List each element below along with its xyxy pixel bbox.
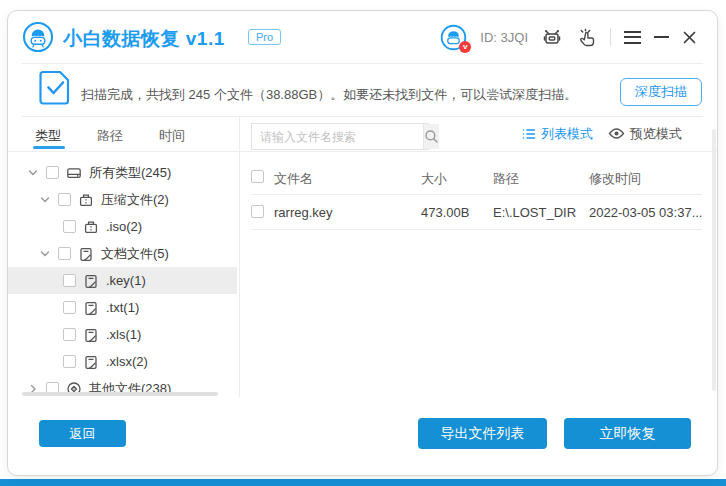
archive-icon [83,219,99,235]
document-icon [83,300,99,316]
list-mode-toggle[interactable]: 列表模式 [522,116,593,151]
titlebar-divider [22,63,703,64]
desktop-background-strip [0,479,726,486]
tree-item-label: .xls(1) [106,327,141,342]
tree-item-key[interactable]: .key(1) [8,267,237,294]
checkbox[interactable] [63,355,76,368]
search-bar [251,123,429,150]
file-type-tree: 所有类型(245) 压缩文件(2) .iso(2) 文档文件(5) [8,151,238,397]
preview-mode-toggle[interactable]: 预览模式 [608,116,682,151]
vip-badge: v [459,41,471,53]
search-input[interactable] [252,124,423,149]
title-bar-actions: v ID: 3JQI [440,11,697,63]
document-icon [83,327,99,343]
checkbox[interactable] [46,166,59,179]
tree-item-xls[interactable]: .xls(1) [8,321,237,348]
tree-item-xlsx[interactable]: .xlsx(2) [8,348,237,375]
file-size-cell: 473.00B [421,205,469,220]
list-mode-icon [522,127,536,141]
file-mtime-cell: 2022-03-05 03:37... [589,205,702,220]
minimize-icon[interactable] [654,36,669,38]
preview-mode-label: 预览模式 [630,125,682,143]
preview-mode-icon [608,127,625,140]
tree-item-label: 压缩文件(2) [101,191,169,209]
archive-icon [78,192,94,208]
chevron-down-icon[interactable] [39,248,51,260]
tree-item-label: .iso(2) [106,219,142,234]
export-file-list-button[interactable]: 导出文件列表 [418,418,547,449]
tree-item-label: 所有类型(245) [89,164,171,182]
app-title: 小白数据恢复 v1.1 [63,26,225,52]
feedback-robot-icon[interactable] [541,26,563,48]
file-name-cell[interactable]: rarreg.key [274,205,333,220]
column-header-path: 路径 [493,170,519,188]
tree-item-txt[interactable]: .txt(1) [8,294,237,321]
tree-item-label: .xlsx(2) [106,354,148,369]
checkbox[interactable] [63,328,76,341]
list-vertical-scrollbar[interactable] [712,129,716,391]
scan-result-text: 扫描完成，共找到 245 个文件（38.88GB）。如要还未找到文件，可以尝试深… [81,86,577,104]
user-avatar[interactable]: v [440,24,467,51]
title-bar-separator [610,28,611,46]
checkbox[interactable] [63,274,76,287]
active-tab-underline [33,146,65,149]
title-bar: 小白数据恢复 v1.1 Pro v ID: 3JQI [8,11,717,63]
file-path-cell: E:\.LOST_DIR [493,205,576,220]
hard-drive-icon [66,165,82,181]
tree-item-label: .key(1) [106,273,146,288]
tree-item-iso[interactable]: .iso(2) [8,213,237,240]
app-window: 小白数据恢复 v1.1 Pro v ID: 3JQI [7,10,718,476]
tab-time[interactable]: 时间 [159,127,185,145]
tree-item-archive[interactable]: 压缩文件(2) [8,186,237,213]
pro-badge: Pro [248,29,281,45]
chevron-down-icon[interactable] [27,167,39,179]
menu-icon[interactable] [624,31,641,44]
panel-divider [239,116,240,397]
document-icon [83,354,99,370]
checkbox[interactable] [63,301,76,314]
tutorial-hand-icon[interactable] [576,27,597,48]
document-icon [83,273,99,289]
tree-item-label: .txt(1) [106,300,139,315]
checkbox[interactable] [58,247,71,260]
tree-item-label: 文档文件(5) [101,245,169,263]
close-icon[interactable] [682,30,697,45]
column-header-size: 大小 [421,170,447,188]
select-all-checkbox[interactable] [251,170,264,183]
table-header-divider [251,194,702,195]
table-row-divider [251,229,702,230]
list-mode-label: 列表模式 [541,125,593,143]
back-button[interactable]: 返回 [39,420,126,447]
tree-item-all-types[interactable]: 所有类型(245) [8,159,237,186]
document-icon [78,246,94,262]
tab-type[interactable]: 类型 [35,127,61,145]
column-header-mtime: 修改时间 [589,170,641,188]
scan-status-icon [39,69,72,105]
app-logo-icon [22,21,54,53]
tree-item-documents[interactable]: 文档文件(5) [8,240,237,267]
tab-path[interactable]: 路径 [97,127,123,145]
chevron-down-icon[interactable] [39,194,51,206]
checkbox[interactable] [63,220,76,233]
user-id-label: ID: 3JQI [480,30,528,45]
row-checkbox[interactable] [251,205,264,218]
search-button[interactable] [423,124,439,149]
recover-now-button[interactable]: 立即恢复 [564,418,691,449]
search-icon [424,129,439,144]
tree-horizontal-scrollbar[interactable] [22,392,218,396]
column-header-filename: 文件名 [274,170,313,188]
checkbox[interactable] [58,193,71,206]
banner-divider [22,116,703,117]
deep-scan-button[interactable]: 深度扫描 [620,78,702,106]
